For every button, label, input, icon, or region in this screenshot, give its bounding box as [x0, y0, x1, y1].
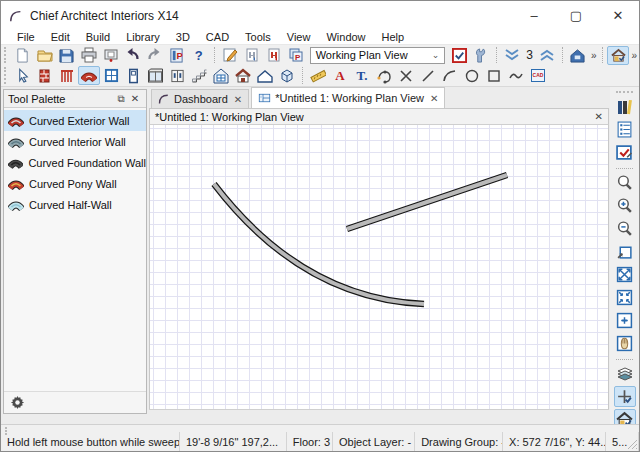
- framing-tool[interactable]: [210, 66, 232, 85]
- menu-item-help[interactable]: Help: [374, 31, 413, 43]
- straight-wall-tool[interactable]: [34, 66, 56, 85]
- camera-view-button[interactable]: [567, 46, 589, 65]
- dimension-tool[interactable]: [307, 66, 329, 85]
- plan-database-button[interactable]: P: [166, 46, 188, 65]
- up-one-floor-button[interactable]: [536, 46, 558, 65]
- curved-wall-icon: [8, 155, 23, 171]
- zoom-out-button[interactable]: [614, 218, 636, 239]
- view-close-icon[interactable]: ✕: [595, 111, 603, 122]
- toolbar-grip[interactable]: [616, 91, 633, 93]
- tab-dashboard[interactable]: Dashboard ✕: [151, 89, 249, 108]
- cross-marker-tool[interactable]: [395, 66, 417, 85]
- cad-circle-tool[interactable]: [461, 66, 483, 85]
- plan-canvas[interactable]: [149, 125, 609, 409]
- print-image-button[interactable]: [100, 46, 122, 65]
- cabinet-tool[interactable]: [166, 66, 188, 85]
- roof-tool[interactable]: [254, 66, 276, 85]
- palette-item-curved-half-wall[interactable]: Curved Half-Wall: [4, 194, 146, 215]
- save-plan-button[interactable]: [56, 46, 78, 65]
- saved-plan-view-icon[interactable]: P: [285, 46, 307, 65]
- palette-item-curved-pony-wall[interactable]: Curved Pony Wall: [4, 173, 146, 194]
- curved-wall-icon: [8, 134, 24, 150]
- zoom-region-button[interactable]: [614, 310, 636, 331]
- tab-close-icon[interactable]: ✕: [232, 94, 242, 105]
- undo-button[interactable]: [122, 46, 144, 65]
- menu-item-library[interactable]: Library: [118, 31, 168, 43]
- zoom-in-button[interactable]: [614, 195, 636, 216]
- sliding-door-tool[interactable]: [144, 66, 166, 85]
- rich-text-tool[interactable]: T.: [351, 66, 373, 85]
- display-options-button[interactable]: [448, 46, 470, 65]
- resize-grip-icon[interactable]: [627, 439, 637, 449]
- toolbar-overflow-button[interactable]: »: [629, 50, 639, 61]
- curved-wall-tool[interactable]: [78, 66, 100, 85]
- curved-wall[interactable]: [214, 184, 424, 304]
- cad-spline-tool[interactable]: [505, 66, 527, 85]
- print-button[interactable]: [78, 46, 100, 65]
- window-tool[interactable]: [100, 66, 122, 85]
- tool-palette-list: Curved Exterior WallCurved Interior Wall…: [4, 108, 146, 391]
- fireplace-tool[interactable]: [232, 66, 254, 85]
- open-plan-button[interactable]: [34, 46, 56, 65]
- toolbar-overflow-button[interactable]: »: [589, 50, 599, 61]
- toolbar-grip[interactable]: [4, 47, 9, 63]
- import-plan-button[interactable]: [241, 46, 263, 65]
- palette-item-label: Curved Half-Wall: [29, 199, 112, 211]
- close-button[interactable]: ✕: [597, 1, 639, 30]
- maximize-button[interactable]: ▢: [555, 1, 597, 30]
- menu-item-file[interactable]: File: [9, 31, 43, 43]
- menu-item-view[interactable]: View: [279, 31, 319, 43]
- active-defaults-button[interactable]: [607, 46, 629, 65]
- fill-window-building-button[interactable]: [614, 287, 636, 308]
- palette-item-curved-interior-wall[interactable]: Curved Interior Wall: [4, 131, 146, 152]
- cad-line-tool[interactable]: [417, 66, 439, 85]
- redo-button[interactable]: [144, 46, 166, 65]
- undo-zoom-button[interactable]: [614, 241, 636, 262]
- close-panel-icon[interactable]: ✕: [128, 93, 142, 104]
- new-plan-button[interactable]: [12, 46, 34, 65]
- door-tool[interactable]: [122, 66, 144, 85]
- help-button[interactable]: ?: [188, 46, 210, 65]
- current-floor-indicator[interactable]: 3: [523, 48, 535, 62]
- palette-item-curved-foundation-wall[interactable]: Curved Foundation Wall: [4, 152, 146, 173]
- project-browser-button[interactable]: [614, 119, 636, 140]
- menu-item-3d[interactable]: 3D: [168, 31, 198, 43]
- menu-item-tools[interactable]: Tools: [237, 31, 279, 43]
- select-objects-button[interactable]: [12, 66, 34, 85]
- straight-railing-tool[interactable]: [56, 66, 78, 85]
- export-plan-button[interactable]: [263, 46, 285, 65]
- bottom-dock-strip: [149, 409, 609, 424]
- cad-box-tool[interactable]: [483, 66, 505, 85]
- tab-close-icon[interactable]: ✕: [428, 93, 438, 104]
- toolbar-grip[interactable]: [4, 67, 9, 84]
- pan-window-button[interactable]: [614, 333, 636, 354]
- text-tool[interactable]: A: [329, 66, 351, 85]
- curved-wall-icon: [8, 176, 24, 192]
- layer-sets-button[interactable]: [614, 363, 636, 384]
- gear-icon[interactable]: [10, 395, 25, 410]
- down-one-floor-button[interactable]: [501, 46, 523, 65]
- menu-item-cad[interactable]: CAD: [198, 31, 237, 43]
- plan-view-selector[interactable]: Working Plan View ⌄: [310, 47, 446, 64]
- node-select-tool[interactable]: [373, 66, 395, 85]
- fill-window-button[interactable]: [614, 264, 636, 285]
- active-layer-options-button[interactable]: [614, 142, 636, 163]
- annotation-sets-button[interactable]: [219, 46, 241, 65]
- menu-item-build[interactable]: Build: [78, 31, 118, 43]
- current-cad-layer-button[interactable]: [614, 386, 636, 407]
- curved-wall-icon: [8, 113, 24, 129]
- cad-arc-tool[interactable]: [439, 66, 461, 85]
- menu-item-edit[interactable]: Edit: [43, 31, 78, 43]
- tab-untitled-plan[interactable]: *Untitled 1: Working Plan View ✕: [251, 87, 445, 108]
- menu-item-window[interactable]: Window: [318, 31, 373, 43]
- status-floor: Floor: 3: [287, 432, 333, 451]
- zoom-button[interactable]: [614, 172, 636, 193]
- cad-detail-tool[interactable]: CAD: [527, 66, 549, 85]
- stairs-tool[interactable]: [188, 66, 210, 85]
- library-browser-button[interactable]: [614, 96, 636, 117]
- customize-toolbars-button[interactable]: [470, 46, 492, 65]
- palette-item-curved-exterior-wall[interactable]: Curved Exterior Wall: [4, 110, 146, 131]
- minimize-button[interactable]: –: [513, 1, 555, 30]
- 3d-box-tool[interactable]: [276, 66, 298, 85]
- float-panel-icon[interactable]: ⧉: [114, 93, 128, 105]
